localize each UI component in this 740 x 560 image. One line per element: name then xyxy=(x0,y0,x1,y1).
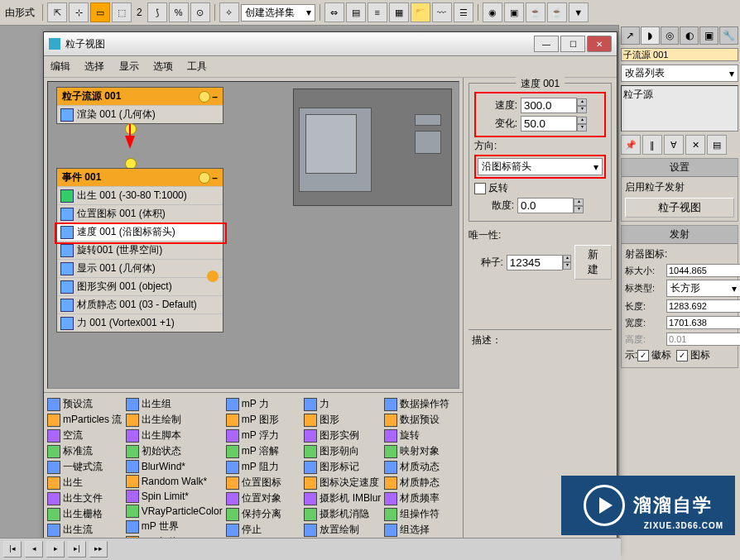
depot-item[interactable]: BlurWind* xyxy=(126,459,223,474)
depot-item[interactable]: 出生绘制 xyxy=(126,412,223,428)
depot-item[interactable]: Random Walk* xyxy=(126,474,223,489)
tab-display-icon[interactable]: ▣ xyxy=(699,26,718,45)
minimize-button[interactable]: — xyxy=(534,36,559,52)
depot-item[interactable]: 预设流 xyxy=(47,396,123,412)
depot-item[interactable]: mP 力 xyxy=(226,396,301,412)
depot-item[interactable]: 摄影机 IMBlur xyxy=(304,491,381,506)
new-seed-button[interactable]: 新建 xyxy=(574,245,612,280)
icon-size-input[interactable] xyxy=(666,264,740,277)
tool-sheet-icon[interactable]: ▦ xyxy=(389,2,409,22)
divergence-input[interactable] xyxy=(517,198,574,213)
object-name-input[interactable] xyxy=(621,48,738,61)
close-button[interactable]: ✕ xyxy=(587,36,612,52)
tool-mat-icon[interactable]: ◉ xyxy=(483,2,502,22)
tool-arc-icon[interactable]: ⟆ xyxy=(147,2,167,22)
depot-item[interactable]: 停止 xyxy=(226,522,301,538)
tool-icon[interactable]: ⬚ xyxy=(112,2,132,22)
depot-item[interactable]: 图形标记 xyxy=(304,459,381,475)
tool-drop-icon[interactable]: ▼ xyxy=(569,2,589,22)
depot-item[interactable]: 初始状态 xyxy=(126,443,223,459)
depot-item[interactable]: 数据预设 xyxy=(384,412,459,428)
depot-item[interactable]: 出生文件 xyxy=(47,491,123,506)
rollout-emit-title[interactable]: 发射 xyxy=(622,226,738,244)
show-icon-checkbox[interactable]: ✓ xyxy=(676,350,688,361)
tool-layers-icon[interactable]: ≡ xyxy=(368,2,387,22)
depot-item[interactable]: 位置对象 xyxy=(226,491,301,506)
tool-folder-icon[interactable]: 📁 xyxy=(411,2,430,22)
depot-item[interactable]: 映射对象 xyxy=(384,443,459,459)
rollout-setup-title[interactable]: 设置 xyxy=(622,159,738,177)
particle-view-button[interactable]: 粒子视图 xyxy=(625,198,734,218)
menu-edit[interactable]: 编辑 xyxy=(50,60,70,72)
depot-item[interactable]: 空流 xyxy=(47,428,123,443)
play-button[interactable]: ▸ xyxy=(46,541,65,558)
var-spinner[interactable]: ▴▾ xyxy=(577,117,587,132)
tool-wand-icon[interactable]: ✧ xyxy=(219,2,239,22)
next-frame-button[interactable]: ▸| xyxy=(68,541,86,558)
depot-item[interactable]: 保持分离 xyxy=(226,506,301,522)
modifier-list-dropdown[interactable]: 改器列表▾ xyxy=(621,65,738,82)
depot-item[interactable]: 图形 xyxy=(304,412,381,428)
output-port[interactable] xyxy=(125,123,137,135)
stack-pin-icon[interactable]: 📌 xyxy=(621,135,641,155)
depot-item[interactable]: 放置绘制 xyxy=(304,522,381,538)
depot-item[interactable]: mParticles 流 xyxy=(47,412,123,428)
div-spinner[interactable]: ▴▾ xyxy=(574,199,584,213)
menu-show[interactable]: 显示 xyxy=(119,60,139,72)
depot-item[interactable]: 图形朝向 xyxy=(304,443,381,459)
depot-item[interactable]: 力 xyxy=(304,396,381,412)
depot-item[interactable]: 一键式流 xyxy=(47,459,123,475)
stack-unique-icon[interactable]: ∀ xyxy=(664,135,684,155)
tool-select-icon[interactable]: ▭ xyxy=(90,2,110,22)
depot-item[interactable]: 出生流 xyxy=(47,522,123,538)
depot-item[interactable]: 数据操作符 xyxy=(384,396,459,412)
tool-teapot-icon[interactable]: ☕ xyxy=(526,2,545,22)
depot-item[interactable]: 出生组 xyxy=(126,396,223,412)
stack-show-icon[interactable]: ‖ xyxy=(642,135,662,155)
depot-item[interactable]: mP 世界 xyxy=(126,519,223,534)
tool-mirror-icon[interactable]: ⇔ xyxy=(324,2,344,22)
reverse-checkbox[interactable] xyxy=(474,183,486,194)
modifier-stack[interactable]: 粒子源 xyxy=(621,85,738,132)
depot-item[interactable]: 旋转 xyxy=(384,428,459,443)
stack-remove-icon[interactable]: ✕ xyxy=(685,135,705,155)
depot-item[interactable]: 出生栅格 xyxy=(47,506,123,522)
maximize-button[interactable]: ☐ xyxy=(560,36,585,52)
tool-snap-icon[interactable]: ⊙ xyxy=(190,2,210,22)
icon-type-dropdown[interactable]: 长方形▾ xyxy=(666,280,740,297)
length-input[interactable] xyxy=(666,299,740,313)
node-event[interactable]: 事件 001– 出生 001 (-30-80 T:1000) 位置图标 001 … xyxy=(56,168,223,333)
flow-canvas[interactable]: 粒子流源 001– 渲染 001 (几何体) 事件 001– 出生 001 (-… xyxy=(47,81,459,389)
seed-input[interactable] xyxy=(507,255,563,270)
depot-item[interactable]: 摄影机消隐 xyxy=(304,506,381,522)
direction-dropdown[interactable]: 沿图标箭头▾ xyxy=(478,158,603,175)
node-pf-source[interactable]: 粒子流源 001– 渲染 001 (几何体) xyxy=(56,87,223,124)
bulb-icon[interactable] xyxy=(199,172,210,184)
depot-item[interactable]: 标准流 xyxy=(47,443,123,459)
goto-end-button[interactable]: ▸▸ xyxy=(89,541,108,558)
speed-spinner[interactable]: ▴▾ xyxy=(577,98,587,113)
tool-align-icon[interactable]: ▤ xyxy=(346,2,366,22)
tab-create-icon[interactable]: ↗ xyxy=(621,26,640,45)
depot-item[interactable]: 位置图标 xyxy=(226,475,301,491)
depot-item[interactable]: 图标决定速度 xyxy=(304,475,381,491)
depot-item[interactable]: 组操作符 xyxy=(384,506,459,522)
tool-link-icon[interactable]: ⇱ xyxy=(47,2,67,22)
depot-item[interactable]: 组选择 xyxy=(384,522,459,538)
tab-motion-icon[interactable]: ◐ xyxy=(680,26,699,45)
depot-item[interactable]: mP 阻力 xyxy=(226,459,301,475)
tool-curve-icon[interactable]: 〰 xyxy=(432,2,452,22)
tool-percent-icon[interactable]: % xyxy=(169,2,189,22)
tab-modify-icon[interactable]: ◗ xyxy=(641,26,660,45)
depot-item[interactable]: VRayParticleColor xyxy=(126,504,223,519)
depot-item[interactable]: 材质静态 xyxy=(384,475,459,491)
menu-options[interactable]: 选项 xyxy=(153,60,173,72)
seed-spinner[interactable]: ▴▾ xyxy=(563,255,571,270)
selection-set-dropdown[interactable]: 创建选择集▾ xyxy=(241,4,315,22)
tool-teapot2-icon[interactable]: ☕ xyxy=(547,2,567,22)
tool-list-icon[interactable]: ☰ xyxy=(454,2,473,22)
depot-item[interactable]: 材质频率 xyxy=(384,491,459,506)
depot-item[interactable]: mP 图形 xyxy=(226,412,301,428)
depot-item[interactable]: 材质动态 xyxy=(384,459,459,475)
tool-render-icon[interactable]: ▣ xyxy=(504,2,524,22)
